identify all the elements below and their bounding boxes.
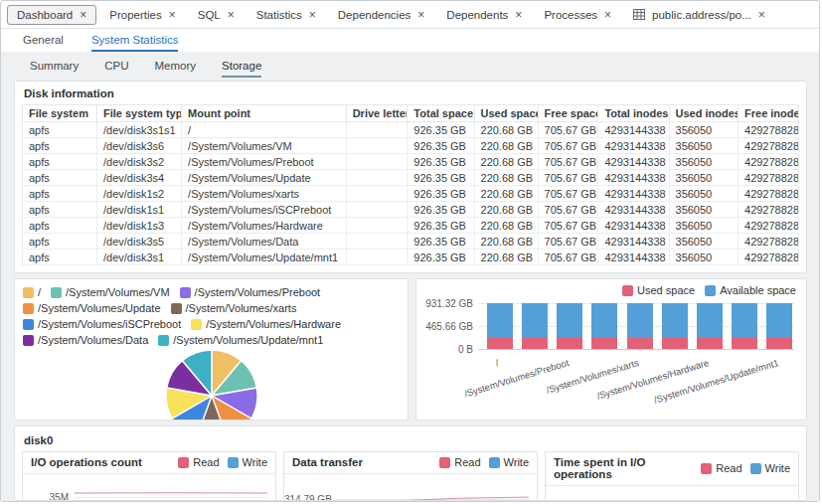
table-cell: /dev/disk3s5 [96, 234, 181, 250]
y-tick-label: 931.32 GB [416, 298, 473, 309]
legend-swatch [158, 335, 169, 346]
table-cell [346, 202, 408, 218]
table-cell: 220.68 GB [474, 154, 538, 170]
mini-chart-legend: ReadWrite [439, 456, 529, 468]
mini-chart-area: 1.11 h [546, 492, 798, 501]
stat-tab-memory[interactable]: Memory [154, 60, 196, 78]
legend-item-write: Write [750, 462, 790, 474]
close-icon[interactable]: × [758, 9, 765, 21]
tab-sql[interactable]: SQL× [189, 6, 244, 24]
tab-label: Dependencies [338, 9, 411, 21]
disk0-charts-row: I/O operations countReadWrite35M30MData … [22, 451, 799, 501]
table-icon [633, 9, 645, 20]
bar-used-space [697, 338, 723, 349]
column-header-used-inodes: Used inodes [669, 105, 739, 122]
table-cell [346, 154, 408, 170]
tab-dashboard[interactable]: Dashboard× [7, 5, 96, 25]
x-tick-label: / [494, 357, 500, 368]
mini-chart-i-o-operations-count: I/O operations countReadWrite35M30M [22, 451, 276, 501]
table-cell: 356050 [669, 170, 739, 186]
table-cell [346, 122, 408, 138]
table-cell: 356050 [669, 186, 739, 202]
legend-swatch [439, 457, 450, 468]
legend-item-read: Read [439, 456, 480, 468]
column-header-file-system-type: File system type [96, 105, 181, 122]
legend-swatch [701, 463, 712, 474]
pie-legend: //System/Volumes/VM/System/Volumes/Prebo… [23, 285, 400, 347]
legend-label: / [38, 285, 41, 299]
legend-label: /System/Volumes/Preboot [195, 285, 321, 299]
table-cell: /dev/disk3s4 [96, 170, 181, 186]
nav-tab-system-statistics[interactable]: System Statistics [91, 34, 179, 52]
table-cell: 4292788288 [739, 218, 799, 234]
table-cell: 926.35 GB [408, 202, 474, 218]
tab-dependents[interactable]: Dependents× [437, 6, 531, 24]
table-row: apfs/dev/disk1s1/System/Volumes/iSCPrebo… [23, 202, 799, 218]
tab-statistics[interactable]: Statistics× [247, 6, 325, 24]
tab-label: public.address/po... [652, 9, 751, 21]
table-cell: 220.68 GB [474, 218, 538, 234]
bar-available-space [522, 303, 548, 338]
column-header-total-space: Total space [408, 105, 474, 122]
table-cell: 4293144338 [598, 122, 669, 138]
column-header-drive-letter: Drive letter [346, 105, 408, 122]
close-icon[interactable]: × [228, 9, 235, 21]
legend-swatch [705, 285, 716, 296]
column-header-used-space: Used space [474, 105, 538, 122]
disk-information-title: Disk information [22, 84, 799, 104]
close-icon[interactable]: × [515, 9, 522, 21]
disk-space-bar-panel: Used spaceAvailable space 931.32 GB465.6… [415, 278, 807, 420]
bar-available-space [487, 303, 513, 338]
y-tick-label: 0 B [416, 344, 473, 355]
table-cell [346, 250, 408, 265]
y-tick-label: 465.66 GB [416, 321, 473, 332]
legend-item-system-volumes-preboot: /System/Volumes/Preboot [180, 285, 321, 299]
table-cell: /System/Volumes/Hardware [182, 218, 347, 234]
legend-swatch [178, 457, 189, 468]
bar-available-space [697, 303, 723, 338]
table-cell: 705.67 GB [538, 202, 598, 218]
mini-chart-plot [597, 492, 790, 501]
table-cell: 356050 [669, 234, 739, 250]
close-icon[interactable]: × [417, 9, 424, 21]
tab-label: Dashboard [17, 9, 73, 21]
legend-swatch [23, 335, 34, 346]
table-cell: 4292788288 [739, 234, 799, 250]
line-series-read [336, 497, 529, 501]
stat-tab-cpu[interactable]: CPU [104, 60, 128, 78]
table-header-row: File systemFile system typeMount pointDr… [23, 105, 799, 122]
close-icon[interactable]: × [604, 9, 611, 21]
table-cell: /System/Volumes/VM [182, 138, 347, 154]
table-cell: 4293144338 [598, 154, 669, 170]
table-cell: /System/Volumes/xarts [182, 186, 347, 202]
table-cell: 926.35 GB [408, 170, 474, 186]
tab-public-address-po[interactable]: public.address/po...× [624, 6, 774, 24]
legend-item-write: Write [228, 456, 267, 468]
close-icon[interactable]: × [80, 9, 86, 21]
table-cell [346, 218, 408, 234]
disk0-panel: disk0 I/O operations countReadWrite35M30… [14, 425, 807, 501]
table-cell: apfs [23, 202, 97, 218]
bar-available-space [557, 303, 582, 338]
tab-processes[interactable]: Processes× [535, 6, 620, 24]
tab-dependencies[interactable]: Dependencies× [329, 6, 434, 24]
table-cell: / [182, 122, 347, 138]
close-icon[interactable]: × [309, 9, 316, 21]
table-cell: 926.35 GB [408, 218, 474, 234]
tab-label: Statistics [256, 9, 302, 21]
table-row: apfs/dev/disk3s1s1/926.35 GB220.68 GB705… [23, 122, 799, 138]
table-cell: 4293144338 [598, 218, 669, 234]
pie-chart-wrap [23, 347, 400, 420]
legend-label: /System/Volumes/VM [66, 285, 170, 299]
table-cell: 4292788288 [739, 202, 799, 218]
legend-label: Write [504, 456, 529, 468]
stat-tab-summary[interactable]: Summary [30, 60, 79, 78]
legend-swatch [489, 457, 500, 468]
mini-chart-legend: ReadWrite [178, 456, 267, 468]
stat-tab-storage[interactable]: Storage [222, 60, 261, 78]
table-cell: 4292788288 [739, 170, 799, 186]
nav-tab-general[interactable]: General [23, 34, 64, 52]
tab-properties[interactable]: Properties× [100, 6, 184, 24]
mini-chart-time-spent-in-i-o-operations: Time spent in I/O operationsReadWrite1.1… [545, 451, 799, 501]
close-icon[interactable]: × [169, 9, 176, 21]
